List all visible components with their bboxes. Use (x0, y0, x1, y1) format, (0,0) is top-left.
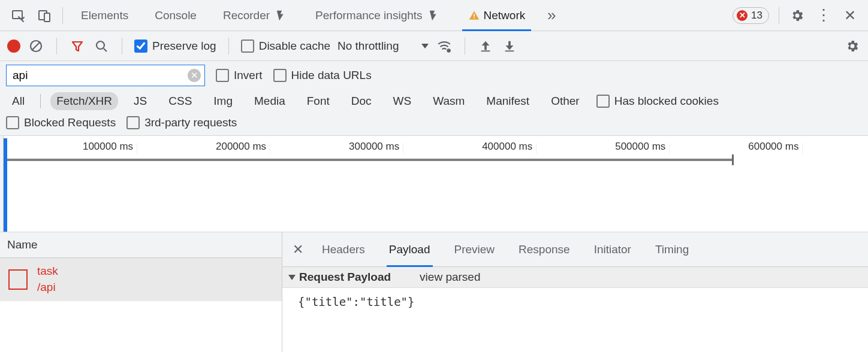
type-img[interactable]: Img (207, 92, 239, 110)
panel-settings-icon[interactable] (844, 38, 861, 54)
type-all[interactable]: All (6, 92, 31, 110)
third-party-checkbox[interactable] (126, 116, 140, 129)
close-icon[interactable]: ✕ (837, 2, 863, 29)
warning-icon (468, 10, 480, 22)
preserve-log-label: Preserve log (152, 40, 216, 53)
svg-rect-4 (474, 17, 475, 18)
type-filters: All Fetch/XHR JS CSS Img Media Font Doc … (6, 92, 586, 110)
timeline-tick: 200000 ms (216, 141, 270, 153)
tab-elements[interactable]: Elements (68, 0, 141, 31)
invert-option[interactable]: Invert (216, 69, 263, 82)
type-wasm[interactable]: Wasm (427, 92, 471, 110)
hide-data-urls-checkbox[interactable] (273, 69, 287, 82)
invert-checkbox[interactable] (216, 69, 229, 82)
timeline-tick: 300000 ms (349, 141, 403, 153)
type-media[interactable]: Media (248, 92, 291, 110)
error-dot-icon: ✕ (737, 10, 748, 21)
svg-rect-11 (505, 50, 514, 51)
request-row[interactable]: task /api (0, 258, 282, 301)
network-conditions-icon[interactable] (436, 38, 453, 54)
column-name[interactable]: Name (0, 232, 282, 258)
dropdown-icon (421, 44, 429, 48)
timeline-bar (4, 159, 733, 161)
type-css[interactable]: CSS (162, 92, 198, 110)
device-toggle-icon[interactable] (31, 2, 58, 29)
disable-cache-checkbox[interactable] (241, 40, 254, 53)
filter-input[interactable] (13, 69, 188, 82)
tab-console[interactable]: Console (141, 0, 210, 31)
more-tabs-icon[interactable]: » (538, 2, 565, 29)
requests-pane: Name task /api (0, 232, 282, 352)
detail-tab-initiator[interactable]: Initiator (582, 232, 643, 266)
type-js[interactable]: JS (128, 92, 153, 110)
separator (465, 38, 465, 54)
request-name: task (37, 263, 58, 280)
devtools-tabbar: Elements Console Recorder Performance in… (0, 0, 868, 31)
view-parsed-link[interactable]: view parsed (420, 271, 480, 284)
search-icon[interactable] (93, 38, 110, 54)
blocked-requests-checkbox[interactable] (6, 116, 19, 129)
payload-section-header[interactable]: Request Payload view parsed (282, 267, 868, 288)
payload-panel: Request Payload view parsed {"title":"ti… (282, 267, 868, 352)
has-blocked-cookies-option[interactable]: Has blocked cookies (596, 95, 719, 108)
tab-performance-insights[interactable]: Performance insights (302, 0, 454, 31)
type-ws[interactable]: WS (387, 92, 418, 110)
close-detail-icon[interactable]: ✕ (286, 242, 310, 257)
blocked-requests-option[interactable]: Blocked Requests (6, 116, 116, 129)
filter-input-wrap[interactable]: ✕ (6, 65, 205, 86)
svg-line-8 (104, 48, 107, 51)
separator (40, 94, 41, 108)
download-har-icon[interactable] (501, 38, 518, 54)
throttling-select[interactable]: No throttling (337, 40, 429, 53)
timeline-labels: 100000 ms 200000 ms 300000 ms 400000 ms … (4, 141, 868, 154)
svg-point-9 (447, 48, 451, 53)
clear-filter-icon[interactable]: ✕ (188, 69, 201, 82)
svg-line-6 (32, 42, 40, 50)
type-font[interactable]: Font (301, 92, 336, 110)
timeline-tick: 600000 ms (748, 141, 802, 153)
svg-rect-0 (13, 11, 22, 19)
error-badge[interactable]: ✕ 13 (733, 7, 769, 24)
detail-tab-payload[interactable]: Payload (377, 232, 442, 266)
preserve-log-checkbox[interactable] (134, 40, 147, 53)
svg-rect-3 (474, 14, 475, 16)
clear-icon[interactable] (28, 38, 44, 54)
preserve-log-option[interactable]: Preserve log (134, 40, 216, 53)
type-fetch-xhr[interactable]: Fetch/XHR (50, 92, 118, 110)
throttling-value: No throttling (337, 40, 399, 53)
detail-tab-headers[interactable]: Headers (310, 232, 377, 266)
separator (56, 38, 57, 54)
kebab-menu-icon[interactable]: ⋮ (810, 2, 837, 29)
detail-tab-response[interactable]: Response (507, 232, 582, 266)
type-other[interactable]: Other (545, 92, 586, 110)
payload-section-title: Request Payload (288, 271, 391, 284)
hide-data-urls-option[interactable]: Hide data URLs (273, 69, 372, 82)
settings-icon[interactable] (784, 2, 810, 29)
detail-tab-preview[interactable]: Preview (442, 232, 507, 266)
detail-tab-timing[interactable]: Timing (643, 232, 701, 266)
tab-network[interactable]: Network (455, 0, 539, 31)
timeline-selection[interactable] (4, 138, 7, 232)
hide-data-urls-label: Hide data URLs (291, 69, 372, 82)
tab-recorder[interactable]: Recorder (210, 0, 302, 31)
type-doc[interactable]: Doc (345, 92, 378, 110)
tab-label: Performance insights (315, 9, 422, 22)
detail-pane: ✕ Headers Payload Preview Response Initi… (282, 232, 868, 352)
record-button[interactable] (7, 40, 20, 53)
has-blocked-cookies-checkbox[interactable] (596, 95, 610, 108)
timeline-chart[interactable]: 100000 ms 200000 ms 300000 ms 400000 ms … (4, 136, 868, 232)
payload-body: {"title":"title"} (282, 288, 868, 315)
has-blocked-cookies-label: Has blocked cookies (614, 95, 719, 108)
filter-icon[interactable] (69, 38, 86, 54)
disable-cache-option[interactable]: Disable cache (241, 40, 330, 53)
type-manifest[interactable]: Manifest (480, 92, 535, 110)
error-count: 13 (751, 10, 762, 22)
third-party-option[interactable]: 3rd-party requests (126, 116, 237, 129)
network-grid: Name task /api ✕ Headers Payload Preview… (0, 232, 868, 352)
disable-cache-label: Disable cache (259, 40, 330, 53)
upload-har-icon[interactable] (477, 38, 494, 54)
separator (779, 7, 779, 24)
network-timeline[interactable]: 100000 ms 200000 ms 300000 ms 400000 ms … (0, 136, 868, 232)
request-path: /api (37, 280, 58, 296)
inspect-icon[interactable] (5, 2, 31, 29)
